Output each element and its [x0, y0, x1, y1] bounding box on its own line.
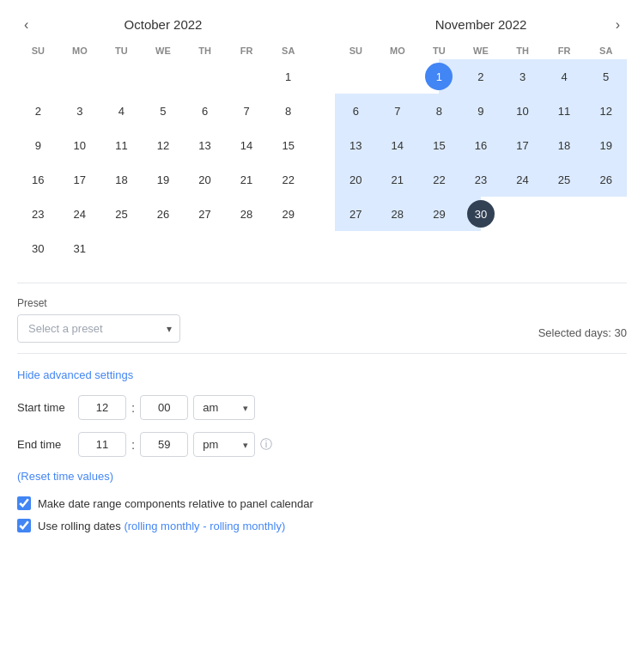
table-cell[interactable]: 18 — [544, 128, 586, 162]
info-icon[interactable]: ⓘ — [260, 437, 272, 453]
table-cell[interactable]: 23 — [17, 197, 59, 231]
day-cell[interactable]: 21 — [233, 166, 260, 193]
day-cell[interactable]: 13 — [191, 131, 219, 159]
table-cell[interactable]: 29 — [418, 197, 460, 231]
end-time-hours[interactable] — [78, 432, 126, 457]
day-cell[interactable]: 29 — [425, 200, 453, 228]
table-cell[interactable]: 16 — [460, 128, 502, 162]
table-cell[interactable]: 2 — [17, 94, 59, 128]
table-cell[interactable]: 7 — [377, 94, 419, 128]
table-cell[interactable]: 4 — [100, 94, 143, 128]
day-cell[interactable]: 10 — [509, 97, 537, 125]
table-cell[interactable]: 21 — [377, 162, 419, 197]
table-cell[interactable]: 2 — [460, 59, 502, 94]
rolling-checkbox[interactable] — [17, 519, 31, 532]
day-cell[interactable]: 27 — [342, 200, 369, 228]
table-cell[interactable]: 16 — [17, 162, 59, 197]
day-cell[interactable]: 7 — [233, 97, 260, 125]
table-cell[interactable]: 5 — [585, 59, 627, 94]
table-cell[interactable]: 20 — [335, 162, 377, 197]
table-cell[interactable]: 10 — [501, 94, 544, 128]
table-cell[interactable]: 20 — [184, 162, 226, 197]
day-cell[interactable]: 24 — [66, 200, 94, 228]
table-cell[interactable]: 15 — [267, 128, 309, 162]
day-cell[interactable]: 7 — [384, 97, 411, 125]
day-cell[interactable]: 17 — [509, 131, 537, 159]
day-cell[interactable]: 13 — [342, 131, 369, 159]
day-cell[interactable]: 5 — [592, 63, 620, 90]
start-ampm-select[interactable]: am pm — [193, 395, 255, 420]
day-cell[interactable]: 11 — [107, 131, 135, 159]
day-cell[interactable]: 8 — [275, 97, 302, 125]
day-cell[interactable]: 14 — [233, 131, 260, 159]
table-cell[interactable]: 3 — [59, 94, 101, 128]
start-time-hours[interactable] — [78, 395, 126, 420]
start-time-minutes[interactable] — [140, 395, 188, 420]
table-cell[interactable]: 29 — [267, 197, 309, 231]
relative-checkbox[interactable] — [17, 496, 31, 510]
table-cell[interactable]: 13 — [184, 128, 226, 162]
day-cell[interactable]: 17 — [66, 166, 94, 193]
day-cell[interactable]: 25 — [550, 166, 578, 193]
day-cell[interactable]: 4 — [107, 97, 135, 125]
day-cell[interactable]: 1 — [425, 63, 453, 90]
day-cell[interactable]: 12 — [149, 131, 177, 159]
next-month-button[interactable]: › — [609, 14, 627, 36]
day-cell[interactable]: 4 — [550, 63, 578, 90]
table-cell[interactable]: 1 — [267, 59, 309, 94]
table-cell[interactable]: 13 — [335, 128, 377, 162]
day-cell[interactable]: 20 — [342, 166, 369, 193]
table-cell[interactable]: 27 — [335, 197, 377, 231]
table-cell[interactable]: 11 — [100, 128, 143, 162]
table-cell[interactable]: 6 — [184, 94, 226, 128]
day-cell[interactable]: 26 — [592, 166, 620, 193]
table-cell[interactable]: 25 — [100, 197, 143, 231]
day-cell[interactable]: 2 — [24, 97, 52, 125]
day-cell[interactable]: 19 — [592, 131, 620, 159]
day-cell[interactable]: 12 — [592, 97, 620, 125]
day-cell[interactable]: 3 — [66, 97, 94, 125]
table-cell[interactable]: 27 — [184, 197, 226, 231]
table-cell[interactable]: 14 — [377, 128, 419, 162]
day-cell[interactable]: 23 — [24, 200, 52, 228]
table-cell[interactable]: 1 — [418, 59, 460, 94]
day-cell[interactable]: 16 — [467, 131, 495, 159]
table-cell[interactable]: 17 — [501, 128, 544, 162]
table-cell[interactable]: 19 — [143, 162, 185, 197]
hide-advanced-settings-link[interactable]: Hide advanced settings — [17, 368, 133, 381]
end-time-minutes[interactable] — [140, 432, 188, 457]
day-cell[interactable]: 6 — [342, 97, 369, 125]
day-cell[interactable]: 24 — [509, 166, 537, 193]
table-cell[interactable]: 8 — [267, 94, 309, 128]
table-cell[interactable]: 18 — [100, 162, 143, 197]
day-cell[interactable]: 6 — [191, 97, 219, 125]
table-cell[interactable]: 15 — [418, 128, 460, 162]
table-cell[interactable]: 3 — [501, 59, 544, 94]
table-cell[interactable]: 28 — [226, 197, 268, 231]
day-cell[interactable]: 22 — [425, 166, 453, 193]
day-cell[interactable]: 22 — [275, 166, 302, 193]
day-cell[interactable]: 9 — [467, 97, 495, 125]
day-cell[interactable]: 26 — [149, 200, 177, 228]
reset-time-link[interactable]: (Reset time values) — [17, 470, 113, 483]
table-cell[interactable]: 31 — [59, 231, 101, 265]
day-cell[interactable]: 9 — [24, 131, 52, 159]
table-cell[interactable]: 23 — [460, 162, 502, 197]
table-cell[interactable]: 4 — [544, 59, 586, 94]
table-cell[interactable]: 26 — [585, 162, 627, 197]
preset-select[interactable]: Select a preset Last 7 daysLast 30 daysL… — [17, 314, 180, 343]
table-cell[interactable]: 11 — [544, 94, 586, 128]
day-cell[interactable]: 16 — [24, 166, 52, 193]
day-cell[interactable]: 15 — [275, 131, 302, 159]
day-cell[interactable]: 11 — [550, 97, 578, 125]
day-cell[interactable]: 19 — [149, 166, 177, 193]
day-cell[interactable]: 28 — [233, 200, 260, 228]
day-cell[interactable]: 18 — [107, 166, 135, 193]
table-cell[interactable]: 21 — [226, 162, 268, 197]
day-cell[interactable]: 30 — [24, 234, 52, 262]
prev-month-button[interactable]: ‹ — [17, 14, 35, 36]
day-cell[interactable]: 5 — [149, 97, 177, 125]
table-cell[interactable]: 19 — [585, 128, 627, 162]
day-cell[interactable]: 31 — [66, 234, 94, 262]
table-cell[interactable]: 25 — [544, 162, 586, 197]
